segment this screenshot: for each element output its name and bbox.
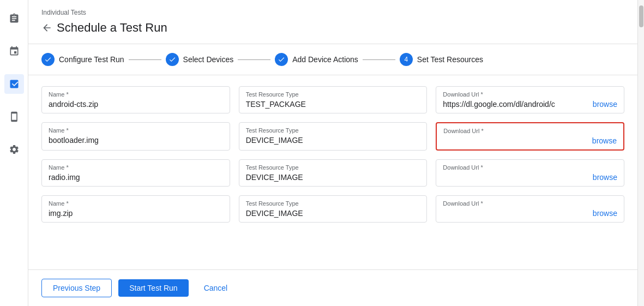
page-title: Schedule a Test Run [57,21,167,35]
step-4-circle: 4 [400,53,413,66]
form-area: Name * android-cts.zip Test Resource Typ… [28,75,637,269]
type-value-2[interactable]: DEVICE_IMAGE [246,136,420,145]
browse-button-3[interactable]: browse [593,173,617,182]
connector-3-4 [363,59,395,60]
url-label-1: Download Url * [443,91,617,98]
step-1-label: Configure Test Run [59,55,124,64]
scrollbar-thumb[interactable] [639,5,643,27]
header: Individual Tests Schedule a Test Run [28,0,637,44]
step-3-label: Add Device Actions [292,55,358,64]
cancel-button[interactable]: Cancel [195,279,237,297]
resource-row-3: Name * radio.img Test Resource Type DEVI… [41,159,624,187]
name-label-4: Name * [49,200,223,207]
browse-button-1[interactable]: browse [593,100,617,109]
footer: Previous Step Start Test Run Cancel [28,269,637,306]
resource-row-4: Name * img.zip Test Resource Type DEVICE… [41,195,624,223]
url-label-4: Download Url * [443,200,617,207]
sidebar [0,0,28,306]
step-configure: Configure Test Run [41,53,124,66]
name-value-4[interactable]: img.zip [49,209,223,218]
step-4-label: Set Test Resources [417,55,483,64]
browse-button-2[interactable]: browse [592,136,617,145]
resource-row-2: Name * bootloader.img Test Resource Type… [41,122,624,151]
type-value-1[interactable]: TEST_PACKAGE [246,100,420,109]
name-field-2: Name * bootloader.img [41,122,230,151]
type-field-2: Test Resource Type DEVICE_IMAGE [239,122,428,151]
name-value-3[interactable]: radio.img [49,173,223,182]
breadcrumb: Individual Tests [41,9,624,16]
back-button[interactable] [41,22,52,33]
url-label-3: Download Url * [443,164,617,171]
previous-step-button[interactable]: Previous Step [41,279,112,297]
name-label-2: Name * [49,127,223,134]
name-value-2[interactable]: bootloader.img [49,136,223,145]
name-field-3: Name * radio.img [41,159,230,187]
sidebar-item-clipboard[interactable] [4,9,24,28]
type-field-3: Test Resource Type DEVICE_IMAGE [239,159,428,187]
step-add-device-actions: Add Device Actions [275,53,358,66]
name-field-1: Name * android-cts.zip [41,86,230,113]
step-3-circle [275,53,288,66]
type-label-1: Test Resource Type [246,91,420,98]
type-label-3: Test Resource Type [246,164,420,171]
connector-1-2 [129,59,161,60]
sidebar-item-phone[interactable] [4,107,24,127]
type-value-4[interactable]: DEVICE_IMAGE [246,209,420,218]
sidebar-item-chart[interactable] [4,74,24,94]
type-value-3[interactable]: DEVICE_IMAGE [246,173,420,182]
type-label-2: Test Resource Type [246,127,420,134]
browse-button-4[interactable]: browse [593,209,617,218]
url-value-1: https://dl.google.com/dl/android/c [443,100,588,109]
resource-row-1: Name * android-cts.zip Test Resource Typ… [41,86,624,113]
main-content: Individual Tests Schedule a Test Run Con… [28,0,637,306]
scrollbar[interactable] [637,0,644,306]
name-field-4: Name * img.zip [41,195,230,223]
sidebar-item-settings[interactable] [4,140,24,159]
name-label-1: Name * [49,91,223,98]
type-field-1: Test Resource Type TEST_PACKAGE [239,86,428,113]
name-label-3: Name * [49,164,223,171]
start-test-run-button[interactable]: Start Test Run [118,279,188,297]
stepper: Configure Test Run Select Devices Add De… [28,44,637,75]
url-field-1: Download Url * https://dl.google.com/dl/… [436,86,624,113]
url-field-3: Download Url * browse [436,159,624,187]
url-field-2: Download Url * browse [436,122,624,151]
connector-2-3 [238,59,270,60]
type-field-4: Test Resource Type DEVICE_IMAGE [239,195,428,223]
name-value-1[interactable]: android-cts.zip [49,100,223,109]
url-field-4: Download Url * browse [436,195,624,223]
step-2-circle [166,53,179,66]
url-label-2: Download Url * [443,128,617,134]
step-1-circle [41,53,55,66]
step-2-label: Select Devices [183,55,234,64]
type-label-4: Test Resource Type [246,200,420,207]
step-select-devices: Select Devices [166,53,234,66]
sidebar-item-calendar[interactable] [4,41,24,61]
step-set-test-resources: 4 Set Test Resources [400,53,483,66]
